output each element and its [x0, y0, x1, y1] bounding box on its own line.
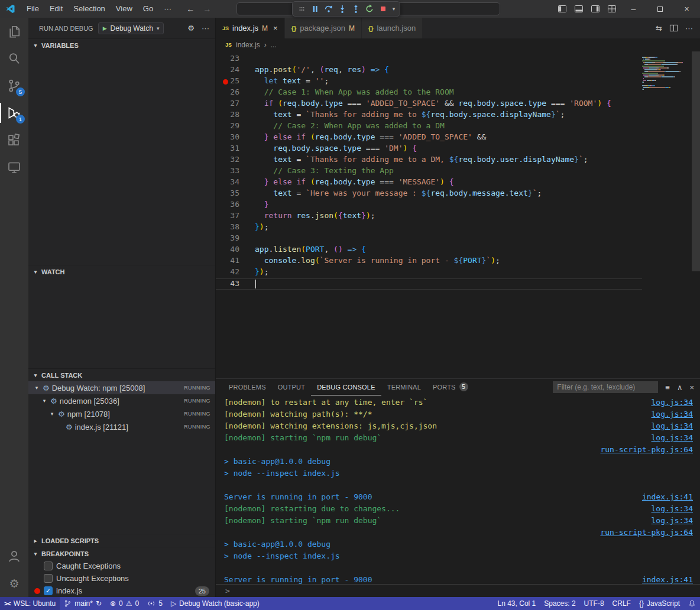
search-icon[interactable]	[0, 45, 28, 72]
editor-more-icon[interactable]: ···	[685, 24, 693, 33]
debug-settings-gear-icon[interactable]: ⚙	[187, 24, 195, 33]
code-line-24[interactable]: 24app.post('/', (req, res) => {	[216, 65, 642, 76]
callstack-item[interactable]: ▾⚙Debug Watch: npm [25008]RUNNING	[28, 381, 215, 394]
tab-index.js[interactable]: JSindex.jsM×	[216, 18, 285, 38]
toggle-secondary-sidebar-icon[interactable]	[587, 0, 604, 18]
console-source-link[interactable]: index.js:41	[642, 491, 693, 503]
callstack-item[interactable]: ▾⚙npm [21078]RUNNING	[28, 407, 215, 420]
maximize-button[interactable]	[647, 0, 673, 18]
panel-tab-problems[interactable]: PROBLEMS	[223, 379, 272, 395]
line-number[interactable]: 41	[216, 256, 255, 267]
code-line-37[interactable]: 37 return res.json({text});	[216, 211, 642, 222]
section-loaded-scripts[interactable]: ▸ LOADED SCRIPTS	[28, 534, 215, 547]
code-editor[interactable]: 2324app.post('/', (req, res) => {25 let …	[216, 51, 700, 378]
line-number[interactable]: 28	[216, 110, 255, 121]
minimize-button[interactable]: –	[620, 0, 647, 18]
stop-icon[interactable]	[377, 2, 390, 15]
back-arrow-icon[interactable]: ←	[186, 4, 195, 14]
breadcrumb-symbol[interactable]: ...	[271, 41, 277, 49]
source-control-icon[interactable]: 5	[0, 72, 28, 99]
language-mode-item[interactable]: {} JavaScript	[635, 599, 684, 608]
restart-icon[interactable]	[363, 2, 376, 15]
open-changes-icon[interactable]: ⇆	[656, 24, 662, 33]
checkbox[interactable]	[44, 562, 53, 570]
step-out-icon[interactable]	[349, 2, 362, 15]
accounts-icon[interactable]	[0, 543, 28, 570]
line-number[interactable]: 43	[216, 279, 255, 289]
panel-tab-debug-console[interactable]: DEBUG CONSOLE	[311, 379, 381, 395]
views-more-icon[interactable]: ···	[202, 24, 209, 33]
code-line-28[interactable]: 28 text = `Thanks for adding me to ${req…	[216, 110, 642, 121]
line-number[interactable]: 29	[216, 121, 255, 132]
indentation-item[interactable]: Spaces: 2	[540, 599, 579, 608]
line-number[interactable]: 38	[216, 222, 255, 233]
code-line-36[interactable]: 36 }	[216, 200, 642, 211]
code-line-30[interactable]: 30 } else if (req.body.type === 'ADDED_T…	[216, 132, 642, 144]
checkbox[interactable]: ✓	[44, 586, 53, 595]
debug-console-output[interactable]: [nodemon] to restart at any time, enter …	[216, 395, 700, 584]
cursor-position-item[interactable]: Ln 43, Col 1	[494, 599, 540, 608]
code-line-41[interactable]: 41 console.log(`Server is running in por…	[216, 256, 642, 267]
console-source-link[interactable]: log.js:34	[652, 408, 693, 420]
menu-item[interactable]: Selection	[68, 0, 110, 18]
close-icon[interactable]: ×	[273, 24, 278, 33]
console-options-icon[interactable]: ≡	[665, 383, 670, 392]
line-number[interactable]: 30	[216, 132, 255, 144]
breakpoint-item[interactable]: ✓index.js25	[28, 585, 215, 597]
panel-tab-ports[interactable]: PORTS5	[427, 379, 474, 395]
section-watch[interactable]: ▾ WATCH	[28, 265, 215, 278]
console-source-link[interactable]: run-script-pkg.js:64	[600, 527, 693, 538]
eol-item[interactable]: CRLF	[608, 599, 635, 608]
launch-config-dropdown[interactable]: ▶ Debug Watch ▾	[98, 22, 164, 34]
console-source-link[interactable]: log.js:34	[652, 515, 693, 527]
line-number[interactable]: 23	[216, 54, 255, 65]
breadcrumb[interactable]: JS index.js › ...	[216, 38, 700, 51]
line-number[interactable]: 27	[216, 99, 255, 110]
step-into-icon[interactable]	[336, 2, 349, 15]
menu-item[interactable]: View	[111, 0, 138, 18]
breakpoint-item[interactable]: Uncaught Exceptions	[28, 572, 215, 585]
pause-icon[interactable]	[309, 2, 322, 15]
breakpoint-item[interactable]: Caught Exceptions	[28, 560, 215, 572]
line-number[interactable]: 32	[216, 155, 255, 166]
code-line-26[interactable]: 26 // Case 1: When App was added to the …	[216, 87, 642, 99]
line-number[interactable]: 40	[216, 245, 255, 256]
console-source-link[interactable]: log.js:34	[652, 420, 693, 432]
settings-gear-icon[interactable]: ⚙	[0, 570, 28, 597]
tab-launch.json[interactable]: {}launch.json	[362, 18, 423, 38]
panel-tab-terminal[interactable]: TERMINAL	[381, 379, 427, 395]
explorer-icon[interactable]	[0, 18, 28, 45]
maximize-panel-icon[interactable]: ∧	[677, 383, 683, 392]
line-number[interactable]: 37	[216, 211, 255, 222]
chevron-down-icon[interactable]: ▾	[48, 411, 56, 417]
section-callstack[interactable]: ▾ CALL STACK	[28, 368, 215, 381]
remote-explorer-icon[interactable]	[0, 154, 28, 181]
code-line-25[interactable]: 25 let text = '';	[216, 76, 642, 87]
code-line-27[interactable]: 27 if (req.body.type === 'ADDED_TO_SPACE…	[216, 99, 642, 110]
notifications-item[interactable]	[684, 599, 700, 608]
console-source-link[interactable]: index.js:41	[642, 574, 693, 584]
breadcrumb-file[interactable]: index.js	[236, 41, 260, 49]
code-line-39[interactable]: 39	[216, 233, 642, 245]
line-number[interactable]: 33	[216, 166, 255, 177]
toggle-panel-icon[interactable]	[571, 0, 587, 18]
code-line-42[interactable]: 42});	[216, 267, 642, 278]
panel-tab-output[interactable]: OUTPUT	[272, 379, 311, 395]
menu-item[interactable]: Edit	[44, 0, 68, 18]
debug-toolbar-chevron-icon[interactable]: ▾	[390, 6, 397, 12]
console-filter-input[interactable]	[553, 381, 658, 393]
code-line-31[interactable]: 31 req.body.space.type === 'DM') {	[216, 144, 642, 155]
editor-scrollbar[interactable]	[692, 51, 700, 378]
console-source-link[interactable]: run-script-pkg.js:64	[600, 444, 693, 456]
drag-handle-icon[interactable]	[295, 2, 308, 15]
code-line-33[interactable]: 33 // Case 3: Texting the App	[216, 166, 642, 177]
code-line-32[interactable]: 32 text = `Thanks for adding me to a DM,…	[216, 155, 642, 166]
tab-package.json[interactable]: {}package.jsonM	[285, 18, 362, 38]
toggle-primary-sidebar-icon[interactable]	[554, 0, 571, 18]
console-source-link[interactable]: log.js:34	[652, 397, 693, 408]
line-number[interactable]: 25	[216, 76, 255, 87]
sync-icon[interactable]: ↻	[96, 599, 102, 608]
code-line-34[interactable]: 34 } else if (req.body.type === 'MESSAGE…	[216, 177, 642, 189]
git-branch-item[interactable]: main* ↻	[60, 597, 106, 610]
line-number[interactable]: 35	[216, 189, 255, 200]
